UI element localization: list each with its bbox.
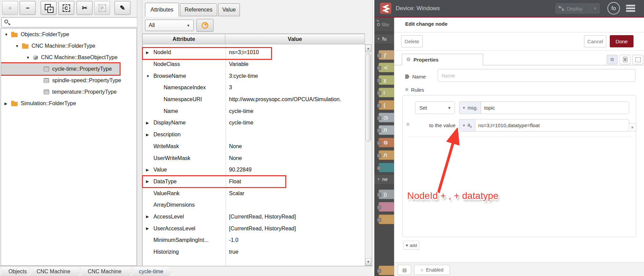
tree-item-cnc-machine-folder[interactable]: ▼ CNC Machine::FolderType <box>1 40 137 52</box>
table-row-writemask[interactable]: WriteMask None <box>143 141 365 153</box>
table-row-datatype[interactable]: ▶ DataType Float <box>143 176 365 188</box>
column-header-attribute[interactable]: Attribute <box>142 34 225 44</box>
cut-button[interactable]: ✂ <box>77 1 92 15</box>
settings-gear-button[interactable]: ⚙ <box>607 55 618 64</box>
tab-attributes[interactable]: Attributes <box>145 3 179 17</box>
expander-right-icon[interactable]: ▶ <box>146 50 153 55</box>
user-avatar-badge[interactable]: fo <box>607 2 620 15</box>
library-book-button[interactable]: ▤ <box>398 265 411 275</box>
tab-value[interactable]: Value <box>218 3 240 16</box>
tab-properties[interactable]: ⚙ Properties <box>402 54 483 65</box>
table-row-browsename[interactable]: ▼ BrowseName 3:cycle-time <box>143 70 365 82</box>
done-button[interactable]: Done <box>610 35 633 47</box>
palette-node-change[interactable]: χ <box>378 75 394 85</box>
palette-node-delay[interactable]: ◷ <box>378 113 394 122</box>
duplicate-button[interactable]: + <box>41 1 57 15</box>
edit-button[interactable]: ✎ <box>115 1 130 15</box>
palette-node-parser[interactable]: Л <box>378 150 394 160</box>
attribute-filter-dropdown[interactable]: All ▼ <box>145 20 194 31</box>
scrollbar-thumb[interactable] <box>366 53 371 141</box>
drag-handle-icon[interactable]: ≡ <box>406 121 409 128</box>
palette-node-clipped[interactable] <box>378 266 394 275</box>
bottom-tab-cycle-time[interactable]: cycle-time <box>131 267 173 276</box>
palette-category-function[interactable]: ▼ fu <box>374 34 394 44</box>
table-row-namespaceindex[interactable]: NamespaceIndex 3 <box>143 82 365 94</box>
remove-rule-button[interactable]: × <box>628 123 636 131</box>
string-type-button[interactable]: ▼ az <box>459 119 475 131</box>
palette-node-trigger[interactable]: Л <box>378 125 394 135</box>
table-row-nodeid[interactable]: ▶ NodeId ns=3;i=1010 <box>143 47 365 59</box>
palette-search[interactable]: filte <box>374 18 394 32</box>
tree-item-simulation[interactable]: ▶ Simulation::FolderType <box>1 98 137 109</box>
table-row-displayname[interactable]: ▶ DisplayName cycle-time <box>143 117 365 129</box>
expander-down-icon[interactable]: ▼ <box>15 44 22 48</box>
table-row-userwritemask[interactable]: UserWriteMask None <box>143 152 365 164</box>
expander-right-icon[interactable]: ▶ <box>4 101 11 106</box>
tree-item-objects[interactable]: ▼ Objects::FolderType <box>1 29 137 40</box>
deploy-button[interactable]: Deploy ▼ <box>556 3 600 14</box>
table-row-description[interactable]: ▶ Description <box>143 129 365 141</box>
table-row-minimumsampling[interactable]: MinimumSamplingInt... -1.0 <box>143 234 365 246</box>
expander-down-icon[interactable]: ▼ <box>146 74 153 78</box>
remove-node-button[interactable]: − <box>20 1 36 15</box>
palette-category-network[interactable]: ▼ ne <box>374 174 394 184</box>
copy-button[interactable]: C <box>58 1 74 15</box>
expander-down-icon[interactable]: ▼ <box>4 32 11 37</box>
tree-item-cnc-machine-object[interactable]: ▼ CNC Machine::BaseObjectType <box>1 52 137 63</box>
table-row-name[interactable]: Name cycle-time <box>143 105 365 117</box>
rule-target-input[interactable] <box>481 102 629 114</box>
panel-splitter[interactable] <box>137 0 142 266</box>
table-row-value[interactable]: ▶ Value 90.22849 <box>143 164 365 176</box>
table-row-useraccesslevel[interactable]: ▶ UserAccessLevel [CurrentRead, HistoryR… <box>143 223 365 234</box>
palette-node-function[interactable]: ƒ <box>378 50 394 60</box>
table-row-accesslevel[interactable]: ▶ AccessLevel [CurrentRead, HistoryRead] <box>143 211 365 223</box>
palette-node-switch[interactable]: ≺ <box>378 63 394 72</box>
bottom-tab-objects[interactable]: Objects <box>1 267 32 276</box>
expander-right-icon[interactable]: ▶ <box>146 179 153 184</box>
tab-references[interactable]: References <box>180 3 217 16</box>
table-row-namespaceuri[interactable]: NamespaceURI http://www.prosysopc.com/OP… <box>143 94 365 106</box>
add-rule-button[interactable]: +add <box>403 241 419 250</box>
tree-item-cycle-time[interactable]: cycle-time::PropertyType <box>1 63 120 75</box>
name-input[interactable] <box>438 69 636 82</box>
rule-value-input[interactable] <box>475 119 629 131</box>
expander-right-icon[interactable]: ▶ <box>146 168 153 172</box>
paste-button[interactable]: P <box>94 1 110 15</box>
bottom-tab-cnc-machine-1[interactable]: CNC Machine <box>29 267 83 276</box>
palette-node-template[interactable]: i <box>378 88 394 97</box>
expander-down-icon[interactable]: ▼ <box>26 55 33 60</box>
msg-type-button[interactable]: ▼ msg. <box>459 102 481 114</box>
expander-right-icon[interactable]: ▶ <box>146 214 153 219</box>
description-doc-button[interactable] <box>620 55 630 64</box>
table-row-valuerank[interactable]: ValueRank Scalar <box>143 187 365 199</box>
expander-right-icon[interactable]: ▶ <box>146 133 153 137</box>
delete-button[interactable]: Delete <box>401 35 423 47</box>
expand-button[interactable] <box>632 55 643 64</box>
table-row-nodeclass[interactable]: NodeClass Variable <box>143 59 365 70</box>
scroll-up-button[interactable]: ▲ <box>365 45 371 52</box>
scroll-down-button[interactable]: ▼ <box>365 258 371 266</box>
refresh-button[interactable] <box>196 19 213 32</box>
rule-action-select[interactable]: Set ▼ <box>415 101 455 114</box>
add-node-button[interactable]: + <box>2 1 18 15</box>
tree-item-temperature[interactable]: temperature::PropertyType <box>1 86 137 98</box>
tree-search-input[interactable] <box>11 18 137 26</box>
table-scrollbar[interactable]: ▲ ▼ <box>365 44 372 266</box>
cancel-button[interactable]: Cancel <box>584 35 606 47</box>
expander-right-icon[interactable]: ▶ <box>146 226 153 231</box>
palette-node-pink[interactable] <box>378 202 394 212</box>
palette-node-broadcast[interactable]: )) <box>378 189 394 199</box>
menu-hamburger-icon[interactable] <box>626 5 635 12</box>
chevron-down-icon[interactable]: ▼ <box>594 7 597 10</box>
bottom-tab-cnc-machine-2[interactable]: CNC Machine <box>80 267 134 276</box>
column-header-value[interactable]: Value <box>225 34 365 44</box>
palette-node-teal[interactable] <box>378 163 394 172</box>
palette-node-orange[interactable] <box>378 214 394 224</box>
palette-node-exec[interactable]: ⚙ <box>378 138 394 147</box>
tree-item-spindle-speed[interactable]: spindle-speed::PropertyType <box>1 75 137 86</box>
palette-node-json[interactable]: { <box>378 100 394 110</box>
table-row-arraydimensions[interactable]: ArrayDimensions <box>143 199 365 211</box>
expander-right-icon[interactable]: ▶ <box>146 121 153 125</box>
enabled-toggle-button[interactable]: ○ Enabled <box>414 265 450 275</box>
table-row-historizing[interactable]: Historizing true <box>143 246 365 258</box>
